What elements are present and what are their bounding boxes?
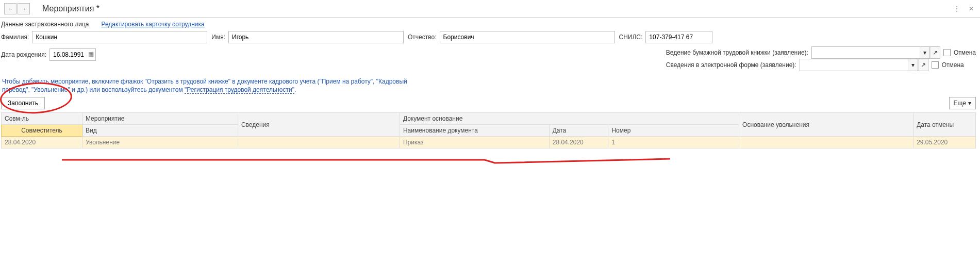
chevron-down-icon: ▾ xyxy=(923,49,926,56)
nav-back-button[interactable]: ← xyxy=(4,3,16,14)
open-icon: ↗ xyxy=(921,61,926,69)
elec-cancel-label: Отмена xyxy=(942,61,964,69)
col-kind[interactable]: Вид xyxy=(82,125,238,137)
birthdate-label: Дата рождения: xyxy=(1,51,46,58)
open-icon: ↗ xyxy=(933,49,938,56)
elec-statement-dropdown[interactable]: ▾ xyxy=(908,59,918,71)
hint-link[interactable]: "Регистрация трудовой деятельности" xyxy=(185,86,294,94)
col-canceldate[interactable]: Дата отмены xyxy=(913,113,976,137)
annotation-underline xyxy=(62,155,670,164)
col-dismissbase[interactable]: Основание увольнения xyxy=(739,113,913,137)
paper-statement-dropdown[interactable]: ▾ xyxy=(920,46,930,59)
elec-cancel-checkbox[interactable] xyxy=(932,61,939,69)
elec-statement-input[interactable] xyxy=(800,59,908,71)
cell-kind: Увольнение xyxy=(82,137,238,149)
snils-label: СНИЛС: xyxy=(619,34,643,41)
paper-statement-open[interactable]: ↗ xyxy=(930,46,940,59)
col-sovm[interactable]: Совм-ль xyxy=(2,113,82,125)
hint-text-part2: . xyxy=(294,86,296,93)
col-sovm-tag[interactable]: Совместитель xyxy=(2,125,82,137)
paper-statement-input[interactable] xyxy=(811,46,920,59)
kebab-menu-icon[interactable]: ⋮ xyxy=(952,4,961,13)
chevron-down-icon: ▾ xyxy=(968,100,971,107)
section-heading: Данные застрахованного лица xyxy=(1,21,89,28)
paper-cancel-label: Отмена xyxy=(954,49,976,56)
cell-docnum: 1 xyxy=(608,137,739,149)
paper-cancel-checkbox[interactable] xyxy=(943,49,951,56)
col-docname[interactable]: Наименование документа xyxy=(400,125,549,137)
col-details[interactable]: Сведения xyxy=(238,113,400,137)
col-docdate[interactable]: Дата xyxy=(549,125,608,137)
col-docnum[interactable]: Номер xyxy=(608,125,739,137)
middlename-input[interactable] xyxy=(440,31,615,43)
col-event[interactable]: Мероприятие xyxy=(82,113,238,125)
hint-text: Чтобы добавить мероприятие, включите фла… xyxy=(2,77,425,94)
middlename-label: Отчество: xyxy=(408,34,437,41)
elec-statement-label: Сведения в электронной форме (заявление)… xyxy=(666,61,796,69)
lastname-input[interactable] xyxy=(32,31,207,43)
more-button-label: Еще xyxy=(954,100,966,107)
birthdate-input[interactable] xyxy=(49,48,96,61)
paper-statement-label: Ведение бумажной трудовой книжки (заявле… xyxy=(666,49,808,56)
arrow-right-icon: → xyxy=(21,6,27,12)
edit-employee-link[interactable]: Редактировать карточку сотрудника xyxy=(101,21,204,28)
cell-docname: Приказ xyxy=(400,137,549,149)
cell-canceldate: 29.05.2020 xyxy=(913,137,976,149)
col-basedoc[interactable]: Документ основание xyxy=(400,113,739,125)
events-table: Совм-ль Мероприятие Сведения Документ ос… xyxy=(1,112,976,149)
nav-forward-button[interactable]: → xyxy=(18,3,30,14)
cell-dismissbase xyxy=(739,137,913,149)
chevron-down-icon: ▾ xyxy=(911,61,915,69)
firstname-input[interactable] xyxy=(228,31,404,43)
elec-statement-open[interactable]: ↗ xyxy=(918,59,928,71)
arrow-left-icon: ← xyxy=(8,6,13,12)
cell-docdate: 28.04.2020 xyxy=(549,137,608,149)
firstname-label: Имя: xyxy=(211,34,225,41)
cell-date: 28.04.2020 xyxy=(2,137,82,149)
close-icon[interactable]: ✕ xyxy=(967,4,976,13)
more-button[interactable]: Еще ▾ xyxy=(949,97,976,109)
snils-input[interactable] xyxy=(645,31,712,43)
fill-button[interactable]: Заполнить xyxy=(1,97,45,109)
page-title: Мероприятия * xyxy=(42,4,99,13)
table-row[interactable]: 28.04.2020 Увольнение Приказ 28.04.2020 … xyxy=(2,137,976,149)
cell-details xyxy=(238,137,400,149)
lastname-label: Фамилия: xyxy=(1,34,29,41)
